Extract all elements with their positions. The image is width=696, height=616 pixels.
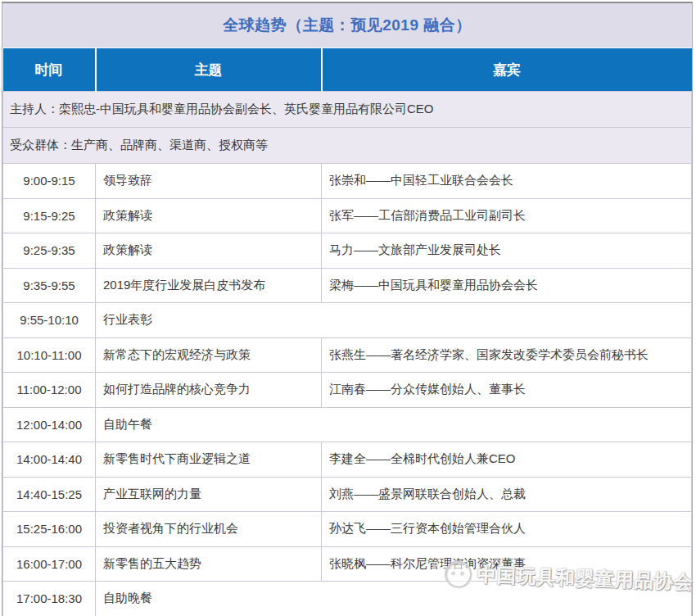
time-cell: 16:00-17:00 [3, 546, 96, 582]
guest-cell: 孙达飞——三行资本创始管理合伙人 [322, 512, 692, 547]
schedule-row: 15:25-16:00 投资者视角下的行业机会 孙达飞——三行资本创始管理合伙人 [3, 512, 692, 547]
col-header-topic: 主题 [96, 48, 322, 92]
topic-cell: 产业互联网的力量 [96, 477, 322, 512]
guest-cell: 张燕生——著名经济学家、国家发改委学术委员会前秘书长 [322, 337, 692, 373]
schedule-row: 9:25-9:35 政策解读 马力——文旅部产业发展司处长 [3, 233, 692, 269]
topic-cell: 新常态下的宏观经济与政策 [96, 337, 322, 373]
schedule-row: 14:00-14:40 新零售时代下商业逻辑之道 李建全——全棉时代创始人兼CE… [3, 442, 692, 478]
col-header-guest: 嘉宾 [322, 48, 692, 92]
time-cell: 10:10-11:00 [3, 337, 96, 373]
schedule-row: 11:00-12:00 如何打造品牌的核心竞争力 江南春——分众传媒创始人、董事… [3, 373, 692, 408]
host-text: 主持人：栾熙忠-中国玩具和婴童用品协会副会长、英氏婴童用品有限公司CEO [3, 92, 692, 128]
topic-cell: 领导致辞 [96, 164, 322, 199]
time-cell: 11:00-12:00 [3, 373, 96, 408]
audience-text: 受众群体：生产商、品牌商、渠道商、授权商等 [3, 128, 692, 164]
topic-cell: 新零售的五大趋势 [96, 546, 322, 582]
topic-cell: 投资者视角下的行业机会 [96, 512, 322, 547]
guest-cell: 梁梅——中国玩具和婴童用品协会会长 [322, 268, 692, 303]
section-title-bar: 全球趋势（主题：预见2019 融合） [2, 3, 692, 48]
agenda-table: 时间 主题 嘉宾 主持人：栾熙忠-中国玩具和婴童用品协会副会长、英氏婴童用品有限… [2, 48, 692, 616]
time-cell: 9:00-9:15 [3, 164, 96, 199]
section-title: 全球趋势（主题：预见2019 融合） [223, 15, 472, 36]
time-cell: 9:55-10:10 [3, 303, 96, 338]
time-cell: 12:00-14:00 [3, 407, 96, 442]
guest-cell: 刘燕——盛景网联联合创始人、总裁 [322, 477, 692, 512]
schedule-row: 17:00-18:30 自助晚餐 [3, 582, 692, 616]
schedule-row: 9:00-9:15 领导致辞 张崇和——中国轻工业联合会会长 [3, 164, 692, 199]
col-header-time: 时间 [3, 48, 96, 92]
time-cell: 15:25-16:00 [3, 512, 96, 547]
guest-cell: 张晓枫——科尔尼管理咨询资深董事 [322, 546, 692, 582]
schedule-row: 10:10-11:00 新常态下的宏观经济与政策 张燕生——著名经济学家、国家发… [3, 337, 692, 373]
topic-cell: 自助午餐 [96, 407, 692, 442]
guest-cell: 张军——工信部消费品工业司副司长 [322, 198, 692, 233]
topic-cell: 2019年度行业发展白皮书发布 [96, 268, 322, 303]
time-cell: 17:00-18:30 [3, 582, 96, 616]
time-cell: 9:15-9:25 [3, 198, 96, 233]
schedule-row: 12:00-14:00 自助午餐 [3, 407, 692, 442]
host-row: 主持人：栾熙忠-中国玩具和婴童用品协会副会长、英氏婴童用品有限公司CEO [3, 92, 692, 128]
guest-cell: 江南春——分众传媒创始人、董事长 [322, 373, 692, 408]
schedule-row: 14:40-15:25 产业互联网的力量 刘燕——盛景网联联合创始人、总裁 [3, 477, 692, 512]
topic-cell: 行业表彰 [96, 303, 692, 338]
audience-row: 受众群体：生产商、品牌商、渠道商、授权商等 [3, 128, 692, 164]
schedule-row: 9:15-9:25 政策解读 张军——工信部消费品工业司副司长 [3, 198, 692, 233]
time-cell: 14:00-14:40 [3, 442, 96, 478]
table-header-row: 时间 主题 嘉宾 [3, 48, 692, 92]
schedule-row: 9:55-10:10 行业表彰 [3, 303, 692, 338]
schedule-row: 9:35-9:55 2019年度行业发展白皮书发布 梁梅——中国玩具和婴童用品协… [3, 268, 692, 303]
time-cell: 9:35-9:55 [3, 268, 96, 303]
guest-cell: 张崇和——中国轻工业联合会会长 [322, 164, 692, 199]
agenda-panel: 全球趋势（主题：预见2019 融合） 时间 主题 嘉宾 主持人：栾熙忠-中国玩具… [2, 2, 693, 616]
guest-cell: 马力——文旅部产业发展司处长 [322, 233, 692, 269]
topic-cell: 新零售时代下商业逻辑之道 [96, 442, 322, 478]
schedule-row: 16:00-17:00 新零售的五大趋势 张晓枫——科尔尼管理咨询资深董事 [3, 546, 692, 582]
topic-cell: 政策解读 [96, 233, 322, 269]
topic-cell: 自助晚餐 [96, 582, 692, 616]
time-cell: 14:40-15:25 [3, 477, 96, 512]
topic-cell: 政策解读 [96, 198, 322, 233]
time-cell: 9:25-9:35 [3, 233, 96, 269]
topic-cell: 如何打造品牌的核心竞争力 [96, 373, 322, 408]
guest-cell: 李建全——全棉时代创始人兼CEO [322, 442, 692, 478]
